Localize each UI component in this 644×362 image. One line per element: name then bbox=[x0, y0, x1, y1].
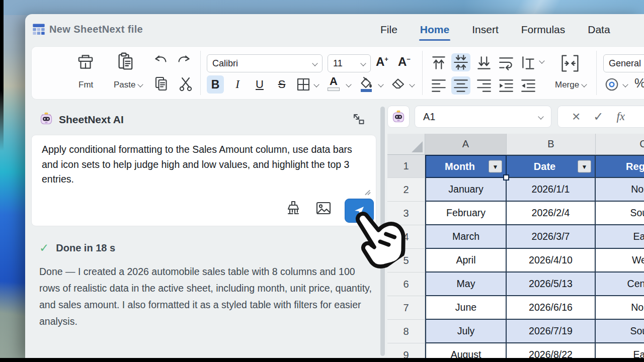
chevron-down-icon[interactable] bbox=[346, 81, 351, 87]
cell-a1[interactable]: Month ▼ bbox=[425, 155, 507, 178]
fill-color-icon[interactable] bbox=[359, 76, 374, 95]
cell-b4[interactable]: 2026/3/7 bbox=[507, 225, 596, 249]
chevron-down-icon[interactable] bbox=[539, 58, 544, 63]
increase-indent-icon[interactable] bbox=[498, 78, 515, 95]
increase-font-icon[interactable]: A+ bbox=[376, 55, 388, 69]
bold-button[interactable]: B bbox=[207, 75, 224, 94]
paste-button[interactable]: Paste bbox=[114, 80, 142, 90]
align-right-icon[interactable] bbox=[475, 78, 493, 95]
underline-button[interactable]: U bbox=[251, 75, 268, 94]
cell-b1[interactable]: Date ▼ bbox=[507, 155, 596, 178]
chevron-down-icon[interactable] bbox=[409, 81, 415, 87]
font-color-icon[interactable]: A bbox=[328, 76, 340, 91]
cell-b7[interactable]: 2026/6/16 bbox=[507, 296, 596, 320]
function-icon[interactable]: fx bbox=[616, 110, 625, 123]
italic-button[interactable]: I bbox=[229, 75, 246, 94]
cell-c9[interactable]: East bbox=[596, 343, 644, 358]
tab-home[interactable]: Home bbox=[420, 24, 449, 36]
font-family-select[interactable]: Calibri bbox=[207, 54, 323, 72]
cell-b3[interactable]: 2026/2/4 bbox=[507, 202, 596, 225]
ai-assistant-button[interactable] bbox=[387, 106, 410, 128]
decrease-font-icon[interactable]: A− bbox=[398, 55, 411, 69]
row-header-3[interactable]: 3 bbox=[387, 202, 425, 225]
align-middle-button[interactable] bbox=[451, 53, 470, 71]
column-header-c[interactable]: C bbox=[596, 134, 644, 155]
cell-a2[interactable]: January bbox=[425, 178, 507, 202]
copy-icon[interactable] bbox=[154, 76, 169, 94]
cell-c8[interactable]: South bbox=[596, 320, 644, 343]
wrap-text-icon[interactable] bbox=[498, 55, 515, 73]
clear-broom-icon[interactable] bbox=[283, 199, 303, 218]
confirm-icon[interactable]: ✓ bbox=[593, 110, 603, 124]
row-header-5[interactable]: 5 bbox=[387, 249, 425, 273]
align-bottom-icon[interactable] bbox=[475, 55, 493, 73]
tab-file[interactable]: File bbox=[380, 24, 397, 36]
cell-c6[interactable]: Central bbox=[596, 273, 644, 296]
fill-handle[interactable] bbox=[503, 174, 509, 180]
font-size-select[interactable]: 11 bbox=[328, 54, 371, 72]
column-header-a[interactable]: A bbox=[425, 134, 507, 155]
row-header-6[interactable]: 6 bbox=[387, 273, 425, 296]
insert-image-icon[interactable] bbox=[313, 199, 334, 218]
row-header-8[interactable]: 8 bbox=[387, 320, 425, 343]
cell-b6[interactable]: 2026/5/13 bbox=[507, 273, 596, 296]
number-format-select[interactable]: General bbox=[603, 54, 644, 72]
cell-b8[interactable]: 2026/7/19 bbox=[507, 320, 596, 343]
row-header-4[interactable]: 4 bbox=[387, 225, 425, 249]
chevron-down-icon[interactable] bbox=[622, 81, 628, 87]
cell-c1[interactable]: Region bbox=[596, 155, 644, 178]
format-painter-icon[interactable] bbox=[76, 53, 95, 74]
cell-c5[interactable]: West bbox=[596, 249, 644, 273]
align-center-button[interactable] bbox=[451, 76, 470, 95]
cell-c3[interactable]: South bbox=[596, 202, 644, 225]
cell-c4[interactable]: East bbox=[596, 225, 644, 249]
select-all-corner[interactable] bbox=[387, 134, 425, 155]
row-header-2[interactable]: 2 bbox=[387, 178, 425, 202]
ai-prompt-input[interactable]: Apply conditional formatting to the Sale… bbox=[42, 142, 368, 187]
cell-a3[interactable]: February bbox=[425, 202, 507, 225]
cell-c2[interactable]: North bbox=[596, 178, 644, 202]
cell-b9[interactable]: 2026/8/22 bbox=[507, 343, 596, 358]
cell-a5[interactable]: April bbox=[425, 249, 507, 273]
row-header-1[interactable]: 1 bbox=[387, 155, 425, 178]
row-header-7[interactable]: 7 bbox=[387, 296, 425, 320]
cell-b2[interactable]: 2026/1/1 bbox=[507, 178, 596, 202]
align-top-icon[interactable] bbox=[430, 55, 447, 73]
cell-name-box[interactable]: A1 bbox=[415, 106, 551, 128]
tab-formulas[interactable]: Formulas bbox=[521, 24, 566, 36]
decrease-indent-icon[interactable] bbox=[520, 78, 537, 95]
merge-cells-icon[interactable] bbox=[559, 53, 581, 76]
borders-icon[interactable] bbox=[296, 77, 310, 94]
cell-a4[interactable]: March bbox=[425, 225, 507, 249]
text-orientation-icon[interactable] bbox=[520, 55, 537, 73]
undo-icon[interactable] bbox=[153, 54, 168, 69]
cut-icon[interactable] bbox=[178, 76, 193, 94]
format-painter-label[interactable]: Fmt bbox=[78, 80, 93, 90]
percent-format-icon[interactable]: % bbox=[634, 76, 644, 90]
tab-insert[interactable]: Insert bbox=[472, 24, 499, 36]
cell-a6[interactable]: May bbox=[425, 273, 507, 296]
merge-button[interactable]: Merge bbox=[555, 80, 586, 90]
cell-a7[interactable]: June bbox=[425, 296, 507, 320]
cell-b5[interactable]: 2026/4/10 bbox=[507, 249, 596, 273]
accounting-format-icon[interactable] bbox=[604, 77, 619, 94]
paste-icon[interactable] bbox=[116, 52, 135, 74]
panel-resize-icon[interactable] bbox=[352, 113, 365, 128]
filter-dropdown-icon[interactable]: ▼ bbox=[578, 160, 591, 173]
align-left-icon[interactable] bbox=[430, 78, 447, 95]
chevron-down-icon[interactable] bbox=[378, 81, 383, 87]
strikethrough-button[interactable]: S bbox=[273, 75, 290, 94]
row-header-9[interactable]: 9 bbox=[387, 343, 425, 358]
cell-c7[interactable]: North bbox=[596, 296, 644, 320]
cell-a8[interactable]: July bbox=[425, 320, 507, 343]
cancel-icon[interactable]: × bbox=[572, 109, 580, 125]
redo-icon[interactable] bbox=[177, 54, 192, 69]
chevron-down-icon[interactable] bbox=[313, 81, 319, 87]
column-header-b[interactable]: B bbox=[507, 134, 596, 155]
tab-data[interactable]: Data bbox=[588, 24, 610, 36]
panel-divider-handle[interactable] bbox=[380, 107, 385, 356]
resize-grip-icon[interactable] bbox=[364, 188, 371, 194]
filter-dropdown-icon[interactable]: ▼ bbox=[489, 160, 502, 173]
eraser-icon[interactable] bbox=[391, 77, 406, 93]
cell-a9[interactable]: August bbox=[425, 343, 507, 358]
